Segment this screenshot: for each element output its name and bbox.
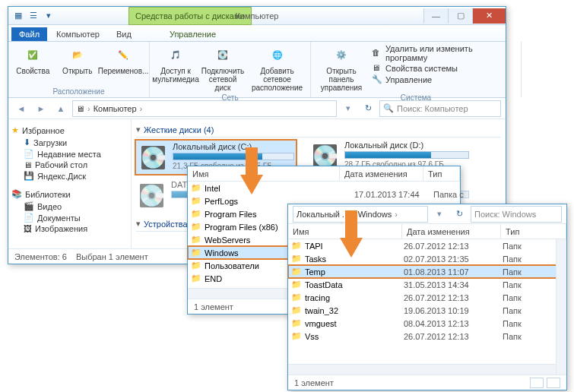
- ribbon-uninstall[interactable]: 🗑Удалить или изменить программу: [372, 44, 516, 62]
- address-bar: Локальный ... › Windows › ▾ ↻ Поиск: Win…: [288, 204, 566, 224]
- folder-icon: [191, 273, 201, 284]
- tab-manage[interactable]: Управление: [162, 27, 224, 41]
- sidebar-libraries[interactable]: Библиотеки: [11, 188, 128, 201]
- up-button[interactable]: ▲: [52, 100, 69, 117]
- scrollbar-h[interactable]: [288, 364, 556, 375]
- col-type[interactable]: Тип: [501, 224, 566, 239]
- breadcrumb[interactable]: Локальный ... › Windows ›: [293, 206, 428, 223]
- drive-name: Локальный диск (D:): [344, 141, 469, 150]
- folder-name: END: [205, 274, 222, 283]
- close-button[interactable]: ✕: [472, 8, 506, 24]
- folder-name: Windows: [205, 248, 239, 258]
- ribbon-open[interactable]: 📂Открыть: [58, 44, 98, 75]
- ribbon-manage[interactable]: 🔧Управление: [372, 74, 516, 85]
- qat-icon[interactable]: ▦: [11, 9, 25, 23]
- drive-icon: [138, 142, 168, 172]
- search-placeholder: Поиск: Компьютер: [397, 104, 468, 113]
- folder-icon: [191, 222, 201, 232]
- breadcrumb[interactable]: 🖥 › Компьютер ›: [72, 100, 337, 117]
- tab-view[interactable]: Вид: [109, 27, 139, 41]
- sidebar-yandex[interactable]: Яндекс.Диск: [11, 170, 128, 182]
- sidebar-downloads[interactable]: Загрузки: [11, 137, 128, 148]
- qat-dropdown-icon[interactable]: ▾: [42, 9, 55, 23]
- col-type[interactable]: Тип: [423, 166, 460, 181]
- titlebar[interactable]: ▦ ☰ ▾ Средства работы с дисками Компьюте…: [8, 7, 506, 25]
- sidebar: Избранное Загрузки Недавние места Рабочи…: [8, 119, 132, 248]
- search-input[interactable]: Поиск: Компьютер: [379, 100, 501, 117]
- folder-icon: [291, 331, 302, 342]
- folder-icon: [191, 209, 201, 220]
- col-date[interactable]: Дата изменения: [402, 224, 501, 239]
- file-type: Папк: [503, 254, 522, 264]
- col-name[interactable]: Имя: [188, 166, 340, 181]
- col-date[interactable]: Дата изменения: [340, 166, 423, 181]
- folder-icon: [291, 241, 302, 251]
- folder-row[interactable]: ToastData 31.05.2013 14:34 Папк: [288, 278, 566, 291]
- sidebar-desktop[interactable]: Рабочий стол: [11, 160, 128, 170]
- view-tiles-button[interactable]: [547, 378, 560, 388]
- refresh-button[interactable]: ↻: [360, 100, 376, 117]
- folder-name: Пользователи: [205, 261, 259, 270]
- col-name[interactable]: Имя: [288, 224, 402, 239]
- address-bar: ◄ ► ▲ 🖥 › Компьютер › ▾ ↻ Поиск: Компьют…: [8, 98, 506, 119]
- sidebar-favorites[interactable]: Избранное: [11, 124, 128, 137]
- status-count: 1 элемент: [194, 302, 233, 311]
- drive-name: Локальный диск (C:): [173, 142, 294, 151]
- ribbon-netdrive[interactable]: 💽Подключить сетевой диск: [201, 44, 244, 92]
- file-date: 31.05.2013 14:34: [404, 280, 503, 289]
- file-date: 26.07.2012 12:13: [404, 242, 503, 251]
- folder-row[interactable]: twain_32 19.06.2013 10:19 Папк: [288, 304, 566, 317]
- folder-name: ToastData: [305, 280, 404, 289]
- ribbon-group-location: Расположение: [13, 86, 144, 97]
- file-date: 01.08.2013 11:07: [404, 267, 503, 277]
- folder-row[interactable]: Temp 01.08.2013 11:07 Папк: [288, 265, 566, 278]
- history-dropdown[interactable]: ▾: [431, 206, 448, 223]
- tab-file[interactable]: Файл: [11, 27, 47, 41]
- folder-row[interactable]: TAPI 26.07.2012 12:13 Папк: [288, 239, 566, 252]
- scrollbar-v[interactable]: [556, 239, 566, 375]
- qat-props-icon[interactable]: ☰: [27, 9, 40, 23]
- forward-button[interactable]: ►: [33, 100, 49, 117]
- folder-icon: [191, 261, 201, 271]
- folder-row[interactable]: vmguest 08.04.2013 12:13 Папк: [288, 317, 566, 330]
- tab-computer[interactable]: Компьютер: [49, 27, 107, 41]
- view-details-button[interactable]: [530, 378, 544, 388]
- explorer-window-windows: Локальный ... › Windows › ▾ ↻ Поиск: Win…: [287, 204, 567, 390]
- ribbon-properties[interactable]: ✅Свойства: [13, 44, 53, 75]
- crumb-sep[interactable]: ›: [87, 104, 90, 113]
- ribbon-media[interactable]: 🎵Доступ к мультимедиа: [154, 44, 197, 84]
- folder-name: Program Files (x86): [205, 223, 278, 232]
- minimize-button[interactable]: —: [423, 8, 448, 24]
- folder-row[interactable]: Tasks 02.07.2013 21:35 Папк: [288, 252, 566, 265]
- file-type: Папк: [503, 267, 522, 277]
- drive-icon: [136, 180, 166, 210]
- sidebar-images[interactable]: Изображения: [11, 223, 128, 234]
- ribbon-ctrlpanel[interactable]: ⚙️Открыть панель управления: [316, 44, 367, 92]
- crumb-windows[interactable]: Windows: [358, 210, 392, 219]
- crumb-local[interactable]: Локальный ...: [297, 210, 349, 219]
- maximize-button[interactable]: ▢: [448, 8, 472, 24]
- section-hdd[interactable]: ▾Жесткие диски (4): [136, 122, 501, 138]
- ribbon-sysprops[interactable]: 🖥Свойства системы: [372, 63, 516, 74]
- crumb-computer[interactable]: Компьютер: [94, 104, 137, 113]
- folder-name: Tasks: [305, 254, 404, 264]
- sidebar-recent[interactable]: Недавние места: [11, 148, 128, 160]
- search-input[interactable]: Поиск: Windows: [471, 206, 562, 223]
- folder-icon: [191, 196, 201, 207]
- history-dropdown[interactable]: ▾: [340, 100, 357, 117]
- folder-name: WebServers: [205, 236, 250, 245]
- ribbon-rename[interactable]: ✏️Переименов...: [102, 44, 144, 75]
- ribbon-addnet[interactable]: 🌐Добавить сетевое расположение: [249, 44, 306, 92]
- crumb-sep[interactable]: ›: [140, 104, 143, 113]
- back-button[interactable]: ◄: [13, 100, 30, 117]
- folder-name: Vss: [305, 332, 404, 341]
- refresh-button[interactable]: ↻: [451, 206, 468, 223]
- sidebar-documents[interactable]: Документы: [11, 212, 128, 223]
- folder-row[interactable]: tracing 26.07.2012 12:13 Папк: [288, 291, 566, 304]
- drive-tools-tab[interactable]: Средства работы с дисками: [128, 7, 252, 25]
- column-headers: Имя Дата изменения Тип: [288, 224, 566, 239]
- sidebar-video[interactable]: Видео: [11, 201, 128, 212]
- file-type: Папк: [503, 293, 522, 302]
- folder-row[interactable]: Vss 26.07.2012 12:13 Папк: [288, 330, 566, 343]
- file-date: 17.01.2013 17:44: [354, 190, 420, 199]
